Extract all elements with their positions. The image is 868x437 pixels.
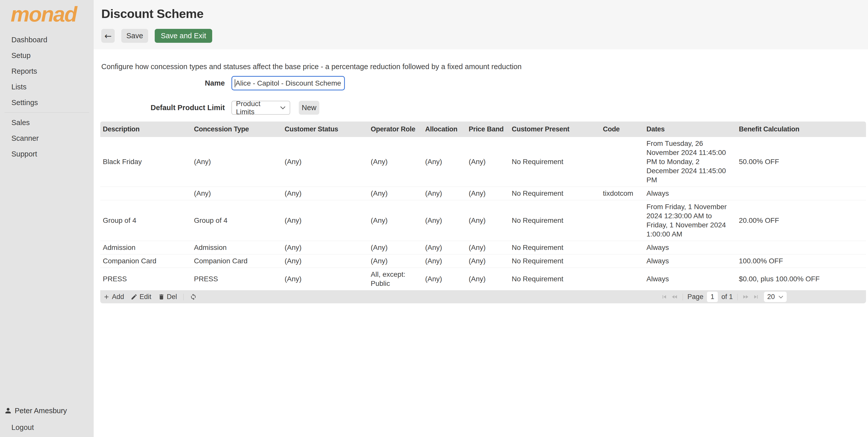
table-row[interactable]: (Any)(Any)(Any)(Any)(Any)No Requirementt… (100, 187, 866, 200)
sidebar-item-setup[interactable]: Setup (0, 48, 94, 63)
name-form-row: Name Alice - Capitol - Discount Scheme (100, 76, 866, 90)
table-row[interactable]: PRESSPRESS(Any)All, except: Public(Any)(… (100, 268, 866, 290)
cell-price-band: (Any) (466, 254, 509, 268)
cell-benefit-calculation: 100.00% OFF (736, 254, 866, 268)
cell-price-band: (Any) (466, 241, 509, 254)
back-button[interactable]: ← (101, 29, 115, 43)
table-row[interactable]: Black Friday(Any)(Any)(Any)(Any)(Any)No … (100, 137, 866, 187)
cell-customer-present: No Requirement (509, 268, 600, 290)
cell-code (600, 254, 644, 268)
page-size-select[interactable]: 20 (764, 292, 787, 302)
sidebar-item-settings[interactable]: Settings (0, 95, 94, 111)
refresh-button[interactable] (187, 290, 200, 303)
cell-customer-present: No Requirement (509, 241, 600, 254)
cell-description: Group of 4 (100, 200, 191, 241)
product-limit-form-row: Default Product Limit Product Limits New (100, 101, 866, 115)
cell-allocation: (Any) (423, 187, 466, 200)
sidebar-item-lists[interactable]: Lists (0, 79, 94, 95)
user-menu[interactable]: Peter Amesbury (0, 405, 94, 417)
cell-allocation: (Any) (423, 254, 466, 268)
column-header-description[interactable]: Description (100, 122, 191, 137)
product-limit-select[interactable]: Product Limits (231, 101, 290, 115)
column-header-allocation[interactable]: Allocation (423, 122, 466, 137)
cell-allocation: (Any) (423, 200, 466, 241)
cell-dates: Always (644, 241, 736, 254)
column-header-customer-status[interactable]: Customer Status (282, 122, 368, 137)
name-input-value: Alice - Capitol - Discount Scheme (236, 79, 341, 87)
cell-price-band: (Any) (466, 200, 509, 241)
table-row[interactable]: Group of 4Group of 4(Any)(Any)(Any)(Any)… (100, 200, 866, 241)
add-button[interactable]: Add (103, 290, 127, 303)
cell-customer-present: No Requirement (509, 137, 600, 187)
cell-description: Admission (100, 241, 191, 254)
refresh-icon (190, 293, 197, 300)
cell-allocation: (Any) (423, 241, 466, 254)
cell-benefit-calculation: 50.00% OFF (736, 137, 866, 187)
cell-dates: From Tuesday, 26 November 2024 11:45:00 … (644, 137, 736, 187)
cell-operator-role: All, except: Public (368, 268, 423, 290)
column-header-benefit-calculation[interactable]: Benefit Calculation (736, 122, 866, 137)
cell-dates: Always (644, 187, 736, 200)
last-page-button[interactable] (752, 293, 760, 300)
user-name: Peter Amesbury (15, 407, 67, 415)
cell-benefit-calculation: 20.00% OFF (736, 200, 866, 241)
column-header-code[interactable]: Code (600, 122, 644, 137)
sidebar-item-sales[interactable]: Sales (0, 115, 94, 130)
first-page-button[interactable] (661, 293, 668, 300)
cell-dates: Always (644, 254, 736, 268)
first-page-icon (661, 293, 668, 300)
table-row[interactable]: AdmissionAdmission(Any)(Any)(Any)(Any)No… (100, 241, 866, 254)
column-header-concession-type[interactable]: Concession Type (191, 122, 282, 137)
cell-concession-type: Admission (191, 241, 282, 254)
cell-benefit-calculation (736, 187, 866, 200)
cell-customer-status: (Any) (282, 268, 368, 290)
table-header-row: DescriptionConcession TypeCustomer Statu… (100, 122, 866, 137)
cell-code (600, 200, 644, 241)
cell-benefit-calculation (736, 241, 866, 254)
cell-code (600, 241, 644, 254)
text-caret (235, 79, 235, 87)
prev-page-icon (671, 293, 678, 300)
name-input[interactable]: Alice - Capitol - Discount Scheme (231, 76, 345, 90)
cell-description: Companion Card (100, 254, 191, 268)
sidebar-nav-secondary: Sales Scanner Support (0, 115, 94, 162)
cell-concession-type: PRESS (191, 268, 282, 290)
cell-price-band: (Any) (466, 187, 509, 200)
delete-button[interactable]: Del (155, 290, 181, 303)
pager-divider (683, 294, 683, 300)
plus-icon (103, 293, 110, 300)
cell-operator-role: (Any) (368, 241, 423, 254)
sidebar-item-support[interactable]: Support (0, 146, 94, 162)
pencil-icon (131, 293, 137, 300)
cell-operator-role: (Any) (368, 187, 423, 200)
page-number-input[interactable]: 1 (707, 292, 718, 302)
prev-page-button[interactable] (671, 293, 678, 300)
table-row[interactable]: Companion CardCompanion Card(Any)(Any)(A… (100, 254, 866, 268)
sidebar-item-dashboard[interactable]: Dashboard (0, 32, 94, 48)
cell-code: tixdotcom (600, 187, 644, 200)
next-page-button[interactable] (742, 293, 749, 300)
new-product-limit-button[interactable]: New (299, 101, 319, 115)
edit-button-label: Edit (140, 293, 151, 301)
save-and-exit-button[interactable]: Save and Exit (155, 29, 212, 43)
cell-customer-status: (Any) (282, 137, 368, 187)
cell-code (600, 137, 644, 187)
page-description: Configure how concession types and statu… (101, 62, 866, 71)
toolbar-divider (183, 294, 184, 300)
sidebar-item-reports[interactable]: Reports (0, 63, 94, 79)
cell-operator-role: (Any) (368, 254, 423, 268)
cell-concession-type: (Any) (191, 137, 282, 187)
column-header-operator-role[interactable]: Operator Role (368, 122, 423, 137)
column-header-dates[interactable]: Dates (644, 122, 736, 137)
sidebar-item-scanner[interactable]: Scanner (0, 130, 94, 146)
save-button[interactable]: Save (121, 29, 148, 43)
sidebar-item-logout[interactable]: Logout (0, 421, 94, 433)
grid-toolbar: Add Edit Del (103, 290, 200, 303)
cell-description: PRESS (100, 268, 191, 290)
edit-button[interactable]: Edit (127, 290, 155, 303)
next-page-icon (742, 293, 749, 300)
pagination: Page 1 of 1 20 (661, 290, 787, 303)
cell-description (100, 187, 191, 200)
column-header-customer-present[interactable]: Customer Present (509, 122, 600, 137)
column-header-price-band[interactable]: Price Band (466, 122, 509, 137)
